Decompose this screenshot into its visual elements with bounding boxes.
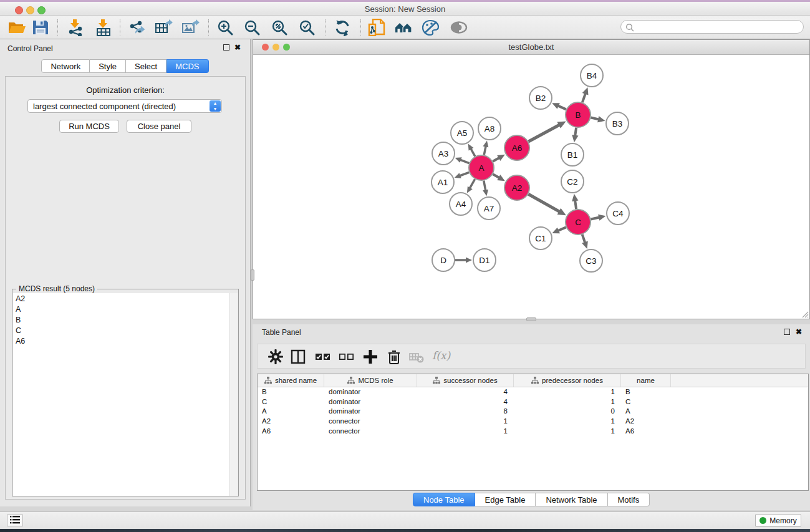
graph-edge-C-C2[interactable] bbox=[575, 200, 576, 209]
graph-node-B[interactable]: B bbox=[566, 102, 591, 127]
graph-node-B2[interactable]: B2 bbox=[529, 87, 552, 109]
save-session-icon[interactable] bbox=[31, 19, 50, 36]
graph-edge-A-A8[interactable] bbox=[484, 145, 486, 155]
graph-edge-C-C1[interactable] bbox=[557, 227, 566, 231]
graph-node-D1[interactable]: D1 bbox=[473, 249, 496, 271]
graph-edge-C-C3[interactable] bbox=[582, 235, 586, 243]
graph-edge-A-A5[interactable] bbox=[471, 148, 475, 156]
tab-network-table[interactable]: Network Table bbox=[536, 493, 607, 506]
graph-node-B3[interactable]: B3 bbox=[606, 112, 629, 135]
open-session-icon[interactable] bbox=[7, 19, 26, 36]
delete-icon[interactable] bbox=[386, 349, 402, 365]
float-panel-icon[interactable] bbox=[223, 44, 229, 51]
table-cell[interactable]: connector bbox=[324, 427, 417, 437]
mcds-result-item[interactable]: A bbox=[13, 304, 230, 314]
graph-node-A7[interactable]: A7 bbox=[478, 197, 500, 220]
table-cell[interactable]: 8 bbox=[417, 407, 514, 417]
graph-edge-A-A7[interactable] bbox=[484, 181, 486, 191]
table-cell[interactable]: A6 bbox=[621, 427, 671, 437]
gear-icon[interactable] bbox=[268, 349, 284, 365]
table-cell[interactable]: 1 bbox=[514, 417, 621, 427]
column-header-predecessor-nodes[interactable]: predecessor nodes bbox=[514, 374, 621, 387]
tab-mcds[interactable]: MCDS bbox=[166, 59, 208, 73]
close-panel-icon[interactable]: ✖ bbox=[796, 327, 802, 336]
resize-grip-icon[interactable] bbox=[801, 311, 809, 318]
search-field[interactable] bbox=[620, 20, 804, 34]
panel-grip-icon[interactable] bbox=[526, 317, 536, 321]
table-cell[interactable]: 1 bbox=[514, 397, 621, 407]
graph-node-A6[interactable]: A6 bbox=[504, 135, 529, 160]
table-cell[interactable]: 4 bbox=[417, 397, 514, 407]
optimization-criterion-select[interactable]: largest connected component (directed) ▲… bbox=[27, 99, 222, 113]
paint-style-icon[interactable] bbox=[422, 19, 440, 36]
panel-grip-icon[interactable] bbox=[251, 269, 254, 281]
graph-node-C1[interactable]: C1 bbox=[529, 227, 552, 249]
graph-edge-A6-B[interactable] bbox=[528, 125, 560, 142]
network-window-titlebar[interactable]: testGlobe.txt bbox=[253, 40, 809, 55]
deselect-all-icon[interactable] bbox=[339, 349, 355, 365]
close-panel-icon[interactable]: ✖ bbox=[234, 43, 241, 52]
graph-node-A8[interactable]: A8 bbox=[478, 117, 501, 140]
graph-node-B1[interactable]: B1 bbox=[561, 143, 584, 166]
graph-node-A4[interactable]: A4 bbox=[450, 193, 472, 215]
tab-style[interactable]: Style bbox=[90, 59, 126, 73]
graph-edge-A-A3[interactable] bbox=[460, 160, 469, 163]
zoom-fit-icon[interactable] bbox=[271, 19, 289, 36]
mcds-result-item[interactable]: C bbox=[13, 325, 230, 336]
new-network-from-file-icon[interactable] bbox=[368, 19, 387, 36]
columns-icon[interactable] bbox=[290, 349, 306, 365]
mcds-result-item[interactable]: A6 bbox=[13, 336, 230, 346]
memory-button[interactable]: Memory bbox=[755, 514, 801, 527]
graph-svg[interactable]: B4B2BB3A8A5A6A3B1AC2A1A2A4A7C4CC1DD1C3 bbox=[253, 55, 809, 319]
graph-node-A1[interactable]: A1 bbox=[432, 171, 454, 193]
zoom-selected-icon[interactable] bbox=[298, 19, 317, 36]
show-hide-icon[interactable] bbox=[450, 19, 468, 36]
zoom-in-icon[interactable] bbox=[216, 19, 235, 36]
table-cell[interactable]: connector bbox=[324, 417, 417, 427]
table-row[interactable]: A2connector11A2 bbox=[258, 417, 808, 427]
table-cell[interactable]: A bbox=[258, 407, 324, 417]
table-cell[interactable]: C bbox=[258, 397, 324, 407]
graph-node-A[interactable]: A bbox=[469, 155, 494, 180]
import-network-icon[interactable] bbox=[66, 19, 85, 36]
graph-edge-A-A1[interactable] bbox=[459, 172, 469, 176]
graph-node-A2[interactable]: A2 bbox=[504, 175, 529, 200]
graph-node-B4[interactable]: B4 bbox=[581, 64, 603, 87]
column-header-successor-nodes[interactable]: successor nodes bbox=[417, 374, 514, 387]
graph-edge-B-B1[interactable] bbox=[575, 128, 576, 137]
import-table-icon[interactable] bbox=[94, 19, 113, 36]
export-table-icon[interactable] bbox=[154, 19, 173, 36]
table-cell[interactable]: B bbox=[258, 387, 324, 397]
float-panel-icon[interactable] bbox=[784, 329, 790, 335]
graph-node-D[interactable]: D bbox=[432, 249, 455, 271]
graph-node-C[interactable]: C bbox=[566, 210, 591, 235]
column-header-shared-name[interactable]: shared name bbox=[258, 374, 324, 387]
table-cell[interactable]: B bbox=[621, 387, 671, 397]
tab-edge-table[interactable]: Edge Table bbox=[475, 493, 536, 506]
tab-select[interactable]: Select bbox=[126, 59, 166, 73]
show-all-networks-icon[interactable] bbox=[394, 19, 413, 36]
graph-edge-C-C4[interactable] bbox=[591, 217, 600, 219]
table-row[interactable]: Bdominator41B bbox=[258, 387, 808, 397]
table-cell[interactable]: A bbox=[621, 407, 671, 417]
table-cell[interactable]: 1 bbox=[417, 427, 514, 437]
table-cell[interactable]: 1 bbox=[514, 387, 621, 397]
table-cell[interactable]: 4 bbox=[417, 387, 514, 397]
graph-edge-B-B2[interactable] bbox=[557, 105, 566, 109]
mcds-result-scrollbar[interactable] bbox=[229, 293, 238, 496]
graph-edge-B-B4[interactable] bbox=[582, 93, 586, 102]
tab-motifs[interactable]: Motifs bbox=[608, 493, 650, 506]
export-network-icon[interactable] bbox=[127, 19, 146, 36]
column-header-name[interactable]: name bbox=[621, 374, 671, 387]
graph-node-A5[interactable]: A5 bbox=[451, 122, 473, 144]
table-cell[interactable]: 1 bbox=[417, 417, 514, 427]
mcds-result-list[interactable]: A2ABCA6 bbox=[13, 293, 230, 496]
function-icon[interactable]: f(x) bbox=[432, 349, 450, 362]
table-row[interactable]: A6connector11A6 bbox=[258, 427, 808, 437]
graph-node-C2[interactable]: C2 bbox=[561, 170, 584, 193]
table-cell[interactable]: 1 bbox=[514, 427, 621, 437]
tab-node-table[interactable]: Node Table bbox=[413, 493, 475, 506]
graph-edge-A-A4[interactable] bbox=[470, 179, 475, 188]
add-icon[interactable] bbox=[362, 349, 378, 365]
table-cell[interactable]: A2 bbox=[621, 417, 671, 427]
